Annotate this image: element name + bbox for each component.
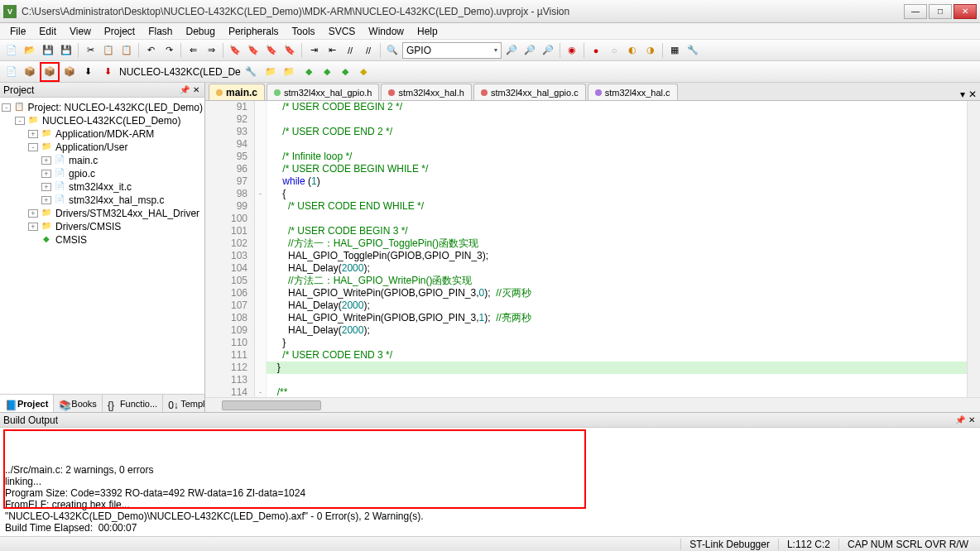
code-editor[interactable]: 91 /* USER CODE BEGIN 2 */9293 /* USER C… [205,101,980,397]
find-icon[interactable]: 🔍 [384,42,401,59]
debug-icon[interactable]: ◉ [564,42,580,59]
project-pane-tabs: 📘Project📚Books{}Functio...0↓Templa... [0,394,204,412]
redo-icon[interactable]: ↷ [161,42,177,59]
menu-view[interactable]: View [63,24,98,39]
build-line: Build Time Elapsed: 00:00:07 [5,522,975,534]
pin-icon[interactable]: 📌 [180,85,190,94]
build-output-text[interactable]: ../Src/main.c: 2 warnings, 0 errorslinki… [0,428,980,536]
bp-disable-icon[interactable]: ○ [606,42,622,59]
pack4-icon[interactable]: ◆ [355,64,372,80]
target-combo[interactable]: NUCLEO-L432KC(LED_De [119,66,241,78]
close-button[interactable]: ✕ [954,4,977,19]
main-toolbar: 📄 📂 💾 💾 ✂ 📋 📋 ↶ ↷ ⇐ ⇒ 🔖 🔖 🔖 🔖 ⇥ ⇤ // // … [0,40,980,61]
stop-icon[interactable]: ⬇ [79,64,96,80]
file-tab-stm32l4xx_hal-h[interactable]: stm32l4xx_hal.h [381,84,472,100]
incremental-icon[interactable]: 🔎 [540,42,556,59]
batch-icon[interactable]: 📦 [61,64,78,80]
breakpoint-icon[interactable]: ● [588,42,604,59]
window-icon[interactable]: ▦ [666,42,683,59]
open-icon[interactable]: 📂 [22,42,38,59]
statusbar: ST-Link Debugger L:112 C:2 CAP NUM SCRL … [0,536,980,551]
find-combo[interactable]: GPIO [402,42,502,59]
download-icon[interactable]: ⬇ [99,64,116,80]
saveall-icon[interactable]: 💾 [58,42,74,59]
build-output-header: Build Output 📌 ✕ [0,413,980,428]
manage2-icon[interactable]: 📁 [281,64,297,80]
build-close-icon[interactable]: ✕ [968,415,975,424]
tabstrip-close-icon[interactable]: ✕ [968,89,977,100]
uncomment-icon[interactable]: // [360,42,377,59]
maximize-button[interactable]: □ [929,4,952,19]
file-tab-stm32l4xx_hal_gpio-c[interactable]: stm32l4xx_hal_gpio.c [473,84,586,100]
tree-file-stm32l4xx_hal_msp-c[interactable]: +📄stm32l4xx_hal_msp.c [2,194,203,207]
build-line: Program Size: Code=3392 RO-data=492 RW-d… [5,487,975,499]
pane-tab-books[interactable]: 📚Books [54,395,103,412]
comment-icon[interactable]: // [342,42,358,59]
titlebar: V C:\Users\Administrator\Desktop\NUCLEO-… [0,0,980,23]
outdent-icon[interactable]: ⇤ [324,42,340,59]
nav-back-icon[interactable]: ⇐ [185,42,201,59]
tree-file-main-c[interactable]: +📄main.c [2,154,203,167]
manage-icon[interactable]: 📁 [262,64,279,80]
menu-svcs[interactable]: SVCS [322,24,363,39]
menu-edit[interactable]: Edit [32,24,63,39]
menu-tools[interactable]: Tools [286,24,322,39]
copy-icon[interactable]: 📋 [100,42,117,59]
tree-file-stm32l4xx_it-c[interactable]: +📄stm32l4xx_it.c [2,180,203,194]
find-files-icon[interactable]: 🔎 [521,42,538,59]
build-line: linking... [5,476,975,487]
indent-icon[interactable]: ⇥ [305,42,322,59]
pack2-icon[interactable]: ◆ [319,64,335,80]
tree-file-gpio-c[interactable]: +📄gpio.c [2,167,203,180]
menu-project[interactable]: Project [98,24,142,39]
pane-tab-project[interactable]: 📘Project [0,395,54,412]
save-icon[interactable]: 💾 [40,42,56,59]
bp-killall-icon[interactable]: ◑ [642,42,659,59]
find-next-icon[interactable]: 🔎 [503,42,520,59]
new-icon[interactable]: 📄 [3,42,20,59]
project-pane-title: Project [3,84,34,96]
build-pin-icon[interactable]: 📌 [955,415,965,424]
pane-close-icon[interactable]: ✕ [193,85,199,94]
tree-group-cmsis[interactable]: ◆CMSIS [2,233,203,247]
config-icon[interactable]: 🔧 [685,42,701,59]
menu-help[interactable]: Help [411,24,444,39]
bookmark-prev-icon[interactable]: 🔖 [245,42,262,59]
tree-group-drivers-stm32l4xx_hal_driver[interactable]: +📁Drivers/STM32L4xx_HAL_Driver [2,207,203,220]
menu-flash[interactable]: Flash [142,24,179,39]
project-pane: Project 📌 ✕ -📋Project: NUCLEO-L432KC(LED… [0,83,205,412]
bp-kill-icon[interactable]: ◐ [624,42,641,59]
undo-icon[interactable]: ↶ [142,42,159,59]
menu-file[interactable]: File [3,24,32,39]
v-scrollbar[interactable] [967,101,980,397]
tree-group-drivers-cmsis[interactable]: +📁Drivers/CMSIS [2,220,203,233]
tabstrip-dropdown-icon[interactable]: ▾ [960,89,965,100]
pack3-icon[interactable]: ◆ [337,64,353,80]
translate-icon[interactable]: 📄 [3,64,20,80]
pane-tab-functio[interactable]: {}Functio... [103,395,163,412]
bookmark-clear-icon[interactable]: 🔖 [281,42,298,59]
build-icon[interactable]: 📦 [22,64,38,80]
tree-target[interactable]: -📁NUCLEO-L432KC(LED_Demo) [2,114,203,127]
project-tree[interactable]: -📋Project: NUCLEO-L432KC(LED_Demo)-📁NUCL… [0,98,204,394]
file-tab-stm32l4xx_hal_gpio-h[interactable]: stm32l4xx_hal_gpio.h [267,84,379,100]
menu-window[interactable]: Window [362,24,411,39]
bookmark-next-icon[interactable]: 🔖 [263,42,280,59]
tree-project-root[interactable]: -📋Project: NUCLEO-L432KC(LED_Demo) [2,101,203,114]
rebuild-icon[interactable]: 📦 [41,64,58,80]
file-tab-stm32l4xx_hal-c[interactable]: stm32l4xx_hal.c [588,84,678,100]
paste-icon[interactable]: 📋 [118,42,135,59]
minimize-button[interactable]: — [904,4,927,19]
cut-icon[interactable]: ✂ [82,42,98,59]
menu-peripherals[interactable]: Peripherals [222,24,286,39]
h-scrollbar[interactable] [205,397,980,412]
pack-icon[interactable]: ◆ [300,64,317,80]
tree-group-application-mdk-arm[interactable]: +📁Application/MDK-ARM [2,127,203,141]
menu-debug[interactable]: Debug [180,24,222,39]
build-line: FromELF: creating hex file... [5,499,975,510]
bookmark-icon[interactable]: 🔖 [227,42,243,59]
options-icon[interactable]: 🔧 [243,64,259,80]
tree-group-application-user[interactable]: -📁Application/User [2,141,203,154]
nav-fwd-icon[interactable]: ⇒ [203,42,219,59]
file-tab-main-c[interactable]: main.c [209,84,265,100]
